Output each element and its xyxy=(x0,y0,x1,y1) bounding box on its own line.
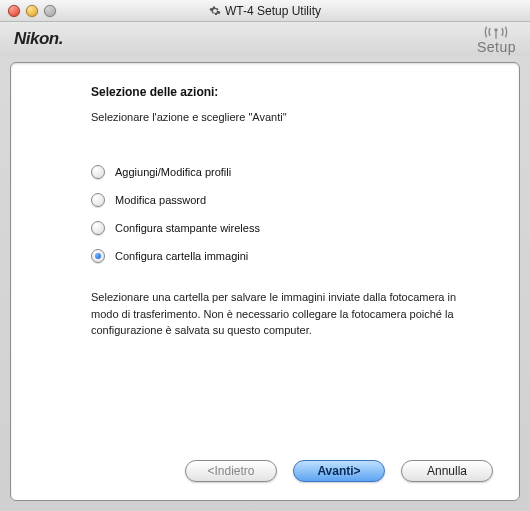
gear-icon xyxy=(209,5,221,17)
page-instruction: Selezionare l'azione e scegliere "Avanti… xyxy=(91,111,493,123)
brand-bar: Nikon. Setup xyxy=(0,22,530,56)
panel-container: Selezione delle azioni: Selezionare l'az… xyxy=(0,56,530,511)
close-icon[interactable] xyxy=(8,5,20,17)
action-options: Aggiungi/Modifica profili Modifica passw… xyxy=(91,165,493,263)
option-label: Configura cartella immagini xyxy=(115,250,248,262)
option-add-edit-profiles[interactable]: Aggiungi/Modifica profili xyxy=(91,165,493,179)
option-configure-wireless-printer[interactable]: Configura stampante wireless xyxy=(91,221,493,235)
cancel-button[interactable]: Annulla xyxy=(401,460,493,482)
option-configure-image-folder[interactable]: Configura cartella immagini xyxy=(91,249,493,263)
brand-logo: Nikon. xyxy=(14,29,63,49)
zoom-icon[interactable] xyxy=(44,5,56,17)
radio-icon xyxy=(91,165,105,179)
radio-icon xyxy=(91,221,105,235)
window-title-text: WT-4 Setup Utility xyxy=(225,4,321,18)
svg-point-0 xyxy=(495,28,498,31)
radio-icon xyxy=(91,193,105,207)
back-button[interactable]: <Indietro xyxy=(185,460,277,482)
window-title: WT-4 Setup Utility xyxy=(0,4,530,18)
radio-icon xyxy=(91,249,105,263)
option-label: Configura stampante wireless xyxy=(115,222,260,234)
button-row: <Indietro Avanti> Annulla xyxy=(91,448,493,482)
antenna-icon xyxy=(482,24,510,40)
option-description: Selezionare una cartella per salvare le … xyxy=(91,289,471,339)
option-change-password[interactable]: Modifica password xyxy=(91,193,493,207)
window-controls xyxy=(0,5,56,17)
main-panel: Selezione delle azioni: Selezionare l'az… xyxy=(10,62,520,501)
setup-logo: Setup xyxy=(477,24,516,54)
page-heading: Selezione delle azioni: xyxy=(91,85,493,99)
option-label: Modifica password xyxy=(115,194,206,206)
minimize-icon[interactable] xyxy=(26,5,38,17)
window-titlebar: WT-4 Setup Utility xyxy=(0,0,530,22)
option-label: Aggiungi/Modifica profili xyxy=(115,166,231,178)
setup-label: Setup xyxy=(477,40,516,54)
next-button[interactable]: Avanti> xyxy=(293,460,385,482)
